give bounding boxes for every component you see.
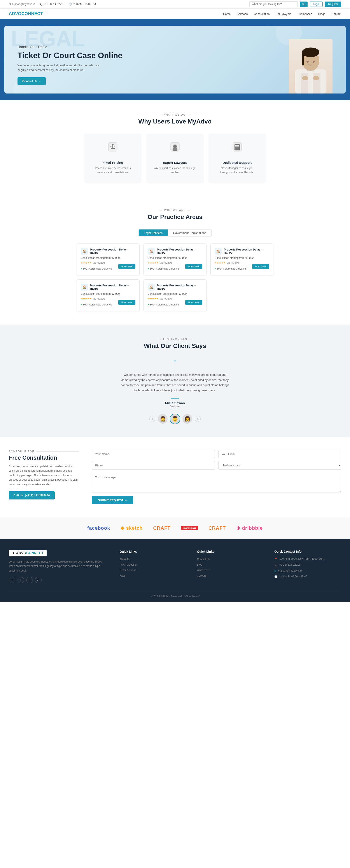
nav-businesses[interactable]: Businesses bbox=[298, 12, 312, 16]
twitter-icon[interactable]: t bbox=[18, 577, 24, 583]
practice-card-price-4: Consultation starting from ₹2,000 bbox=[148, 292, 202, 296]
practice-card-meta-4: ●800+ Certificates Delivered bbox=[148, 303, 179, 306]
testimonial-quote: We denounce with righteous indignation a… bbox=[120, 372, 230, 393]
form-practice-select[interactable]: Business Law Criminal Law Family Law Pro… bbox=[218, 461, 341, 470]
pinterest-icon[interactable]: p bbox=[26, 577, 33, 583]
practice-card-rating-3: ★★★★★ 29 reviews bbox=[81, 297, 135, 300]
footer: ▲ ADVOCONNECT Lorem Ipsum has been the i… bbox=[0, 539, 350, 602]
tab-government-registrations[interactable]: Government Registrations bbox=[168, 229, 211, 236]
book-button-4[interactable]: Book Now bbox=[185, 300, 202, 305]
hero-title: Ticket Or Court Case Online bbox=[18, 51, 122, 60]
footer-bottom: © 2023 All Rights Reserved | | Cinepixel… bbox=[9, 591, 341, 598]
linkedin-icon[interactable]: in bbox=[35, 577, 42, 583]
footer-link-faqs[interactable]: Faqs bbox=[120, 574, 126, 577]
practice-card-icon-4: 🏠 bbox=[148, 284, 155, 290]
footer-link-refer[interactable]: Refer A Friend bbox=[120, 569, 137, 572]
hero-cta-button[interactable]: Contact Us → bbox=[18, 77, 46, 85]
hero-image-container bbox=[289, 37, 332, 93]
form-phone-input[interactable] bbox=[92, 461, 215, 470]
practice-card-title-0: Property Possession Delay – RERA bbox=[90, 248, 135, 254]
call-button[interactable]: Call Us: (+123) 1234567890 bbox=[9, 491, 55, 499]
submit-request-button[interactable]: SUBMIT REQUEST → bbox=[92, 496, 133, 504]
feature-title-1: Expert Lawyers bbox=[153, 161, 197, 164]
practice-card-price-3: Consultation starting from ₹2,000 bbox=[81, 292, 135, 296]
practice-card-0: 🏠 Property Possession Delay – RERA Consu… bbox=[77, 244, 140, 276]
form-email-input[interactable] bbox=[218, 450, 341, 458]
nav-services[interactable]: Services bbox=[237, 12, 248, 16]
footer-contact-title: Quick Contact Info bbox=[274, 550, 341, 553]
phone-icon: 📞 bbox=[274, 563, 278, 566]
book-button-3[interactable]: Book Now bbox=[118, 300, 135, 305]
consult-desc: Excepteur sint occaecat cupidatat non pr… bbox=[9, 464, 79, 487]
form-name-input[interactable] bbox=[92, 450, 215, 458]
consultation-section: Schedule For Free Consultation Excepteur… bbox=[0, 437, 350, 518]
footer-link-blog[interactable]: Blog bbox=[197, 563, 202, 566]
book-button-1[interactable]: Book Now bbox=[185, 264, 202, 269]
nav-home[interactable]: Home bbox=[223, 12, 231, 16]
footer-links-list-2: Contact Us Blog Write for us Careers bbox=[197, 557, 264, 577]
practice-section: Who We Are Our Practice Areas Legal Serv… bbox=[0, 195, 350, 324]
partner-facebook: facebook bbox=[87, 525, 110, 531]
feature-card-0: Fixed Pricing Prices are fixed across va… bbox=[84, 134, 141, 182]
nav-contact[interactable]: Contact bbox=[331, 12, 341, 16]
svg-rect-24 bbox=[235, 147, 239, 147]
svg-rect-22 bbox=[235, 144, 240, 150]
why-title: Why Users Love MyAdvo bbox=[9, 118, 341, 125]
register-button[interactable]: Register bbox=[325, 2, 341, 7]
testimonial-name: Miele Shwan bbox=[9, 401, 341, 405]
consult-schedule-label: Schedule For bbox=[9, 450, 79, 453]
hero-section: LEGAL Handle Your Traffic Ticket Or Cour… bbox=[4, 26, 346, 93]
carousel-next-button[interactable]: › bbox=[195, 416, 201, 422]
search-input[interactable] bbox=[249, 1, 298, 7]
login-button[interactable]: Login bbox=[310, 2, 323, 7]
practice-card-3: 🏠 Property Possession Delay – RERA Consu… bbox=[77, 279, 140, 311]
tab-legal-services[interactable]: Legal Services bbox=[139, 229, 168, 236]
practice-cards-grid: 🏠 Property Possession Delay – RERA Consu… bbox=[77, 244, 273, 311]
nav-consultation[interactable]: Consultation bbox=[254, 12, 270, 16]
why-section: What We Do Why Users Love MyAdvo Fixed P… bbox=[0, 100, 350, 195]
footer-contact-col: Quick Contact Info 📍 109 King Street New… bbox=[274, 550, 341, 583]
feature-title-2: Dedicated Support bbox=[215, 161, 259, 164]
svg-point-3 bbox=[302, 48, 319, 57]
practice-card-icon-3: 🏠 bbox=[81, 284, 88, 290]
practice-card-meta-3: ●800+ Certificates Delivered bbox=[81, 303, 112, 306]
nav-blogs[interactable]: Blogs bbox=[318, 12, 325, 16]
practice-card-4: 🏠 Property Possession Delay – RERA Consu… bbox=[143, 279, 207, 311]
carousel-prev-button[interactable]: ‹ bbox=[149, 416, 155, 422]
footer-links-list-1: About Us Ask A Question Refer A Friend F… bbox=[120, 557, 186, 577]
footer-link-ask[interactable]: Ask A Question bbox=[120, 563, 137, 566]
email-icon: ✉ bbox=[274, 569, 277, 572]
testimonials-title: What Our Client Says bbox=[9, 342, 341, 349]
practice-card-title-4: Property Possession Delay – RERA bbox=[157, 284, 202, 290]
footer-logo: ▲ ADVOCONNECT bbox=[9, 550, 46, 556]
testimonial-avatar-2: 👩 bbox=[182, 414, 192, 424]
practice-card-rating-1: ★★★★★ 28 reviews bbox=[148, 261, 202, 264]
partner-craft-2: CRAFT bbox=[208, 525, 226, 531]
footer-link-careers[interactable]: Careers bbox=[197, 574, 206, 577]
footer-quick-links-2: Quick Links Contact Us Blog Write for us… bbox=[197, 550, 264, 583]
form-message-textarea[interactable] bbox=[92, 473, 341, 493]
footer-link-contact[interactable]: Contact Us bbox=[197, 558, 210, 561]
svg-point-9 bbox=[302, 76, 308, 80]
footer-link-about[interactable]: About Us bbox=[120, 558, 130, 561]
location-icon: 📍 bbox=[274, 558, 278, 561]
feature-desc-1: 24x7 Expert assistance for any legal pro… bbox=[153, 166, 197, 175]
practice-card-price-0: Consultation starting from ₹2,000 bbox=[81, 256, 135, 259]
book-button-0[interactable]: Book Now bbox=[118, 264, 135, 269]
footer-link-write[interactable]: Write for us bbox=[197, 569, 210, 572]
practice-card-rating-2: ★★★★★ 24 reviews bbox=[215, 261, 269, 264]
practice-card-title-3: Property Possession Delay – RERA bbox=[90, 284, 135, 290]
copyright-text: © 2023 All Rights Reserved | | Cinepixel… bbox=[150, 595, 200, 598]
why-label: What We Do bbox=[9, 113, 341, 116]
practice-card-row-2: ●800+ Certificates Delivered Book Now bbox=[215, 266, 269, 271]
book-button-2[interactable]: Book Now bbox=[252, 264, 269, 269]
nav-lawyers[interactable]: For Lawyers bbox=[276, 12, 291, 16]
search-button[interactable]: 🔍 bbox=[300, 2, 308, 7]
svg-rect-25 bbox=[235, 148, 238, 148]
practice-card-header-2: 🏠 Property Possession Delay – RERA bbox=[215, 248, 269, 255]
facebook-icon[interactable]: f bbox=[9, 577, 15, 583]
practice-tabs: Legal Services Government Registrations bbox=[138, 229, 212, 237]
hero-description: We denounce with righteous indignation a… bbox=[18, 63, 109, 72]
feature-desc-0: Prices are fixed across various services… bbox=[91, 166, 135, 175]
feature-desc-2: Case Manager to assist you throughout th… bbox=[215, 166, 259, 175]
